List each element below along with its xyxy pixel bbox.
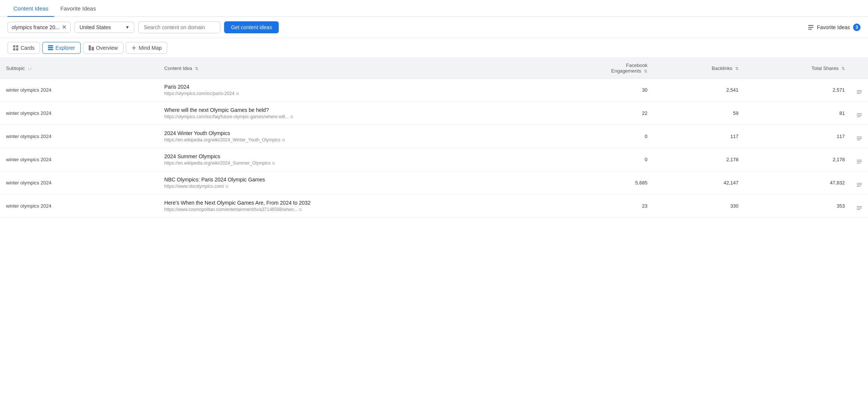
backlinks-cell: 2,178 [653, 148, 744, 171]
close-search-tag-button[interactable]: ✕ [62, 24, 67, 30]
add-to-favorites-icon[interactable] [857, 113, 862, 117]
idea-url: https://www.cosmopolitan.com/entertainme… [164, 207, 524, 212]
external-link-icon[interactable]: ⧉ [236, 91, 239, 96]
total-shares-cell: 2,178 [745, 148, 851, 171]
th-subtopic[interactable]: Subtopic ↓↑ [0, 58, 158, 79]
row-action-button[interactable] [851, 125, 868, 148]
tab-explorer[interactable]: Explorer [42, 42, 80, 54]
external-link-icon[interactable]: ⧉ [299, 207, 302, 212]
url-text: https://en.wikipedia.org/wiki/2024_Summe… [164, 160, 271, 166]
country-label: United States [79, 24, 111, 30]
add-to-favorites-icon[interactable] [857, 137, 862, 140]
svg-rect-8 [48, 47, 53, 48]
content-idea-cell: 2024 Winter Youth Olympics https://en.wi… [158, 125, 530, 148]
th-subtopic-label: Subtopic [6, 65, 25, 71]
row-action-button[interactable] [851, 79, 868, 102]
tab-content-ideas[interactable]: Content Ideas [7, 0, 54, 17]
th-total-shares[interactable]: Total Shares ⇅ [745, 58, 851, 79]
th-backlinks[interactable]: Backlinks ⇅ [653, 58, 744, 79]
idea-title[interactable]: Where will the next Olympic Games be hel… [164, 107, 524, 113]
subtopic-cell: winter olympics 2024 [0, 171, 158, 195]
backlinks-cell: 59 [653, 102, 744, 125]
table-row: winter olympics 2024 Here's When the Nex… [0, 195, 868, 218]
data-table-container: Subtopic ↓↑ Content Idea ⇅ FacebookEngag… [0, 58, 868, 218]
idea-url: https://en.wikipedia.org/wiki/2024_Summe… [164, 160, 524, 166]
external-link-icon[interactable]: ⧉ [272, 161, 275, 166]
idea-url: https://www.nbcolympics.com/ ⧉ [164, 184, 524, 189]
favorite-ideas-button[interactable]: Favorite Ideas 3 [808, 24, 861, 31]
url-text: https://olympics.com/ioc/faq/future-olym… [164, 114, 289, 119]
subtopic-cell: winter olympics 2024 [0, 195, 158, 218]
idea-title[interactable]: Here's When the Next Olympic Games Are, … [164, 200, 524, 206]
tab-overview[interactable]: Overview [83, 42, 123, 54]
tab-mindmap-label: Mind Map [139, 45, 162, 51]
add-to-favorites-icon[interactable] [857, 206, 862, 210]
idea-title[interactable]: Paris 2024 [164, 84, 524, 90]
tab-mindmap[interactable]: Mind Map [126, 42, 167, 54]
country-select[interactable]: United States ▼ [74, 22, 134, 33]
table-header-row: Subtopic ↓↑ Content Idea ⇅ FacebookEngag… [0, 58, 868, 79]
content-idea-sort-icon: ⇅ [195, 66, 198, 71]
idea-title[interactable]: 2024 Summer Olympics [164, 153, 524, 159]
row-action-button[interactable] [851, 148, 868, 171]
svg-rect-0 [808, 25, 813, 26]
view-tabs: Cards Explorer Overview [0, 38, 868, 58]
external-link-icon[interactable]: ⧉ [282, 138, 285, 143]
total-shares-cell: 81 [745, 102, 851, 125]
external-link-icon[interactable]: ⧉ [226, 184, 229, 189]
backlinks-sort-icon: ⇅ [735, 66, 739, 71]
total-shares-cell: 47,832 [745, 171, 851, 195]
favorite-count-badge: 3 [853, 24, 861, 31]
table-row: winter olympics 2024 2024 Winter Youth O… [0, 125, 868, 148]
total-shares-sort-icon: ⇅ [841, 66, 845, 71]
table-row: winter olympics 2024 Where will the next… [0, 102, 868, 125]
th-content-idea[interactable]: Content Idea ⇅ [158, 58, 530, 79]
total-shares-cell: 117 [745, 125, 851, 148]
url-text: https://www.nbcolympics.com/ [164, 184, 224, 189]
table-icon [48, 45, 53, 51]
add-to-favorites-icon[interactable] [857, 183, 862, 187]
svg-rect-6 [16, 48, 18, 51]
row-action-button[interactable] [851, 195, 868, 218]
fb-engagements-cell: 0 [530, 148, 653, 171]
backlinks-cell: 42,147 [653, 171, 744, 195]
add-to-favorites-icon[interactable] [857, 160, 862, 163]
overview-icon [89, 45, 94, 51]
external-link-icon[interactable]: ⧉ [290, 114, 293, 119]
search-tag-text: olympics france 20... [12, 24, 59, 30]
svg-rect-7 [48, 45, 53, 46]
domain-search-input[interactable] [138, 21, 220, 33]
subtopic-sort-icon: ↓↑ [28, 66, 32, 71]
content-idea-cell: 2024 Summer Olympics https://en.wikipedi… [158, 148, 530, 171]
svg-rect-5 [13, 48, 15, 51]
row-action-button[interactable] [851, 171, 868, 195]
content-ideas-table: Subtopic ↓↑ Content Idea ⇅ FacebookEngag… [0, 58, 868, 218]
grid-icon [13, 45, 18, 51]
th-total-shares-label: Total Shares [812, 65, 838, 71]
row-action-button[interactable] [851, 102, 868, 125]
tab-cards[interactable]: Cards [7, 42, 40, 54]
svg-rect-2 [808, 29, 812, 30]
idea-title[interactable]: 2024 Winter Youth Olympics [164, 130, 524, 136]
idea-title[interactable]: NBC Olympics: Paris 2024 Olympic Games [164, 177, 524, 183]
th-fb-label: FacebookEngagements [611, 62, 648, 74]
fb-engagements-cell: 30 [530, 79, 653, 102]
fb-engagements-cell: 5,685 [530, 171, 653, 195]
fb-engagements-cell: 23 [530, 195, 653, 218]
url-text: https://en.wikipedia.org/wiki/2024_Winte… [164, 137, 280, 143]
url-text: https://olympics.com/ioc/paris-2024 [164, 91, 234, 96]
backlinks-cell: 330 [653, 195, 744, 218]
tab-cards-label: Cards [21, 45, 34, 51]
th-fb-engagements[interactable]: FacebookEngagements ⇅ [530, 58, 653, 79]
get-content-ideas-button[interactable]: Get content ideas [224, 21, 279, 33]
fb-engagements-cell: 0 [530, 125, 653, 148]
app-container: Content Ideas Favorite Ideas olympics fr… [0, 0, 868, 413]
list-icon [808, 24, 814, 30]
svg-rect-9 [48, 49, 53, 50]
add-to-favorites-icon[interactable] [857, 90, 862, 94]
tab-favorite-ideas[interactable]: Favorite Ideas [54, 0, 102, 17]
search-tag: olympics france 20... ✕ [7, 22, 71, 33]
url-text: https://www.cosmopolitan.com/entertainme… [164, 207, 297, 212]
table-row: winter olympics 2024 NBC Olympics: Paris… [0, 171, 868, 195]
total-shares-cell: 2,571 [745, 79, 851, 102]
